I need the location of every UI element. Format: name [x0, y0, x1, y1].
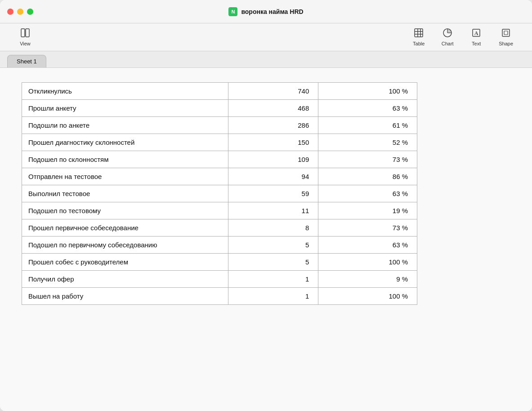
sheet-tabs: Sheet 1	[0, 51, 532, 68]
table-row: Выполнил тестовое5963 %	[22, 185, 417, 202]
cell-count: 740	[228, 83, 318, 100]
traffic-lights	[7, 9, 33, 15]
table-row: Подошел по склонностям10973 %	[22, 151, 417, 168]
table-row: Получил офер19 %	[22, 271, 417, 288]
cell-name: Подошел по тестовому	[22, 202, 228, 219]
table-row: Прошел первичное собеседование873 %	[22, 219, 417, 237]
cell-count: 5	[228, 254, 318, 271]
cell-count: 150	[228, 134, 318, 151]
cell-name: Прошли анкету	[22, 100, 228, 117]
window-title-group: N воронка найма HRD	[228, 7, 303, 16]
cell-count: 468	[228, 100, 318, 117]
cell-count: 286	[228, 117, 318, 134]
cell-percent: 86 %	[318, 168, 417, 185]
cell-name: Прошел диагностику склонностей	[22, 134, 228, 151]
cell-count: 8	[228, 219, 318, 237]
svg-rect-0	[21, 29, 25, 37]
cell-count: 1	[228, 271, 318, 288]
cell-percent: 63 %	[318, 100, 417, 117]
table-row: Прошел диагностику склонностей15052 %	[22, 134, 417, 151]
text-button[interactable]: A Text	[462, 25, 491, 49]
table-label: Table	[413, 41, 425, 46]
cell-percent: 52 %	[318, 134, 417, 151]
svg-rect-2	[415, 29, 423, 37]
cell-count: 1	[228, 288, 318, 305]
sheet-tab-1[interactable]: Sheet 1	[7, 55, 46, 67]
content-area: Откликнулись740100 %Прошли анкету46863 %…	[0, 68, 532, 411]
cell-percent: 100 %	[318, 254, 417, 271]
cell-name: Подошли по анкете	[22, 117, 228, 134]
toolbar: View Table	[0, 23, 532, 51]
chart-icon	[443, 28, 452, 39]
svg-rect-13	[504, 31, 508, 35]
cell-name: Подошел по первичному собеседованию	[22, 237, 228, 254]
cell-name: Прошел собес с руководителем	[22, 254, 228, 271]
view-label: View	[20, 41, 31, 46]
table-row: Прошел собес с руководителем5100 %	[22, 254, 417, 271]
shape-icon	[501, 28, 511, 39]
cell-percent: 100 %	[318, 288, 417, 305]
table-row: Подошел по тестовому1119 %	[22, 202, 417, 219]
svg-text:A: A	[474, 30, 478, 36]
app-window: N воронка найма HRD View	[0, 0, 532, 411]
cell-name: Откликнулись	[22, 83, 228, 100]
cell-count: 5	[228, 237, 318, 254]
cell-name: Получил офер	[22, 271, 228, 288]
cell-count: 94	[228, 168, 318, 185]
table-row: Отправлен на тестовое9486 %	[22, 168, 417, 185]
cell-percent: 73 %	[318, 219, 417, 237]
close-button[interactable]	[7, 9, 13, 15]
svg-rect-12	[502, 29, 510, 36]
cell-count: 11	[228, 202, 318, 219]
table-icon	[414, 28, 424, 39]
cell-percent: 73 %	[318, 151, 417, 168]
table-row: Прошли анкету46863 %	[22, 100, 417, 117]
app-icon: N	[228, 7, 237, 16]
svg-rect-1	[26, 29, 29, 37]
toolbar-right: Table Chart A	[404, 25, 521, 49]
data-table: Откликнулись740100 %Прошли анкету46863 %…	[22, 82, 417, 305]
chart-button[interactable]: Chart	[433, 25, 462, 49]
table-row: Вышел на работу1100 %	[22, 288, 417, 305]
cell-name: Подошел по склонностям	[22, 151, 228, 168]
shape-label: Shape	[499, 41, 513, 46]
table-row: Подошел по первичному собеседованию563 %	[22, 237, 417, 254]
window-title: воронка найма HRD	[241, 8, 303, 15]
cell-count: 59	[228, 185, 318, 202]
table-button[interactable]: Table	[404, 25, 433, 49]
cell-percent: 63 %	[318, 185, 417, 202]
table-row: Подошли по анкете28661 %	[22, 117, 417, 134]
title-bar: N воронка найма HRD	[0, 0, 532, 23]
cell-percent: 19 %	[318, 202, 417, 219]
cell-percent: 9 %	[318, 271, 417, 288]
cell-percent: 100 %	[318, 83, 417, 100]
cell-percent: 63 %	[318, 237, 417, 254]
cell-name: Выполнил тестовое	[22, 185, 228, 202]
chart-label: Chart	[442, 41, 454, 46]
shape-button[interactable]: Shape	[491, 25, 521, 49]
cell-percent: 61 %	[318, 117, 417, 134]
maximize-button[interactable]	[27, 9, 33, 15]
view-icon	[20, 28, 30, 39]
cell-name: Отправлен на тестовое	[22, 168, 228, 185]
cell-name: Прошел первичное собеседование	[22, 219, 228, 237]
text-label: Text	[472, 41, 481, 46]
cell-name: Вышел на работу	[22, 288, 228, 305]
view-button[interactable]: View	[11, 25, 40, 49]
table-row: Откликнулись740100 %	[22, 83, 417, 100]
minimize-button[interactable]	[17, 9, 23, 15]
text-icon: A	[471, 28, 481, 39]
cell-count: 109	[228, 151, 318, 168]
